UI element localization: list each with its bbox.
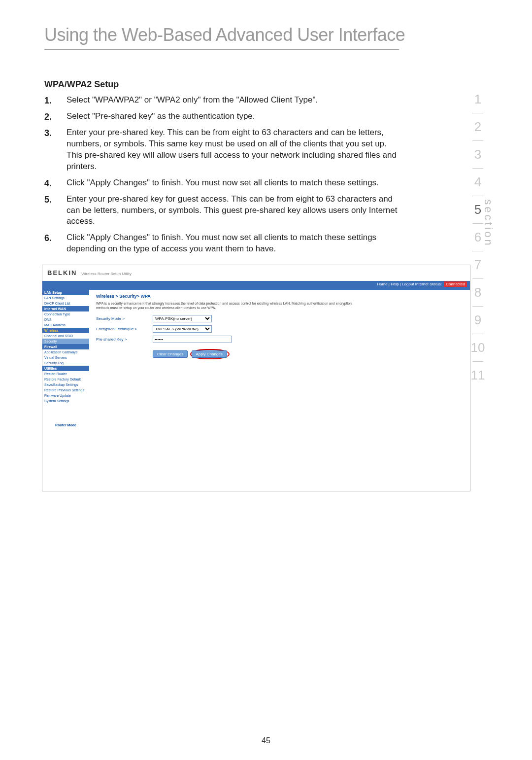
router-main: Wireless > Security> WPA WPA is a securi… bbox=[89, 290, 470, 491]
section-nav-divider bbox=[472, 251, 483, 251]
page-number: 45 bbox=[0, 736, 532, 745]
sidebar-item[interactable]: Save/Backup Settings bbox=[42, 382, 89, 387]
clear-changes-button[interactable]: Clear Changes bbox=[153, 350, 188, 358]
section-nav-divider bbox=[472, 168, 483, 169]
psk-label: Pre-shared Key > bbox=[96, 337, 153, 342]
router-mode: Router Mode bbox=[42, 423, 89, 427]
section-nav: section 1234567891011 bbox=[463, 89, 493, 386]
section-nav-1[interactable]: 1 bbox=[470, 89, 486, 110]
sidebar-group-header: Utilities bbox=[42, 366, 89, 371]
section-nav-8[interactable]: 8 bbox=[470, 282, 486, 303]
section-nav-9[interactable]: 9 bbox=[470, 310, 486, 331]
router-ui-screenshot: BELKIN Wireless Router Setup Utility Hom… bbox=[42, 265, 470, 491]
step-item: Select "WPA/WPA2" or "WPA2 only" from th… bbox=[44, 95, 399, 106]
encryption-label: Encryption Technique > bbox=[96, 327, 153, 331]
section-heading: WPA/WPA2 Setup bbox=[44, 79, 399, 90]
step-item: Select "Pre-shared key" as the authentic… bbox=[44, 111, 399, 122]
section-nav-7[interactable]: 7 bbox=[470, 254, 486, 276]
wpa-description: WPA is a security enhancement that stron… bbox=[96, 302, 352, 310]
sidebar-item[interactable]: LAN Settings bbox=[42, 295, 89, 301]
section-nav-divider bbox=[472, 113, 483, 113]
sidebar-item[interactable]: MAC Address bbox=[42, 322, 89, 328]
section-nav-10[interactable]: 10 bbox=[470, 337, 486, 358]
psk-input[interactable] bbox=[153, 336, 232, 343]
sidebar-item[interactable]: Channel and SSID bbox=[42, 333, 89, 339]
section-nav-divider bbox=[472, 196, 483, 196]
title-rule bbox=[44, 49, 399, 50]
security-mode-label: Security Mode > bbox=[96, 316, 153, 321]
section-nav-divider bbox=[472, 306, 483, 307]
sidebar-group-header: Wireless bbox=[42, 328, 89, 333]
router-topbar: Home | Help | Logout Internet Status: Co… bbox=[42, 281, 470, 290]
section-nav-label: section bbox=[482, 199, 495, 247]
router-brand: BELKIN bbox=[47, 269, 77, 276]
router-sidebar: LAN SetupLAN SettingsDHCP Client ListInt… bbox=[42, 290, 89, 491]
step-item: Click "Apply Changes" to finish. You mus… bbox=[44, 232, 399, 255]
encryption-select[interactable]: TKIP+AES (WPA/WPA2) bbox=[153, 325, 212, 333]
section-nav-11[interactable]: 11 bbox=[470, 365, 486, 386]
sidebar-item[interactable]: Restore Factory Default bbox=[42, 377, 89, 382]
sidebar-item[interactable]: DHCP Client List bbox=[42, 301, 89, 306]
section-nav-3[interactable]: 3 bbox=[470, 144, 486, 165]
sidebar-group-header: Firewall bbox=[42, 344, 89, 349]
page-title: Using the Web-Based Advanced User Interf… bbox=[44, 25, 493, 45]
router-header: BELKIN Wireless Router Setup Utility bbox=[42, 265, 470, 281]
section-nav-divider bbox=[472, 334, 483, 334]
sidebar-item[interactable]: Restore Previous Settings bbox=[42, 387, 89, 393]
step-item: Enter your pre-shared key. This can be f… bbox=[44, 127, 399, 173]
steps-list: Select "WPA/WPA2" or "WPA2 only" from th… bbox=[44, 95, 399, 255]
section-nav-divider bbox=[472, 278, 483, 279]
sidebar-item[interactable]: Firmware Update bbox=[42, 393, 89, 398]
section-nav-2[interactable]: 2 bbox=[470, 116, 486, 138]
security-mode-select[interactable]: WPA-PSK(no server) bbox=[153, 315, 212, 322]
apply-changes-button[interactable]: Apply Changes bbox=[192, 350, 227, 358]
sidebar-item[interactable]: Connection Type bbox=[42, 311, 89, 317]
sidebar-item[interactable]: Application Gateways bbox=[42, 349, 89, 355]
apply-highlight-circle: Apply Changes bbox=[190, 349, 230, 359]
sidebar-item[interactable]: Restart Router bbox=[42, 371, 89, 377]
sidebar-item[interactable]: Security Log bbox=[42, 360, 89, 366]
section-nav-divider bbox=[472, 140, 483, 141]
section-nav-divider bbox=[472, 361, 483, 362]
step-item: Click "Apply Changes" to finish. You mus… bbox=[44, 177, 399, 189]
sidebar-item[interactable]: DNS bbox=[42, 317, 89, 322]
topbar-links[interactable]: Home | Help | Logout Internet Status: bbox=[377, 282, 442, 286]
sidebar-item[interactable]: System Settings bbox=[42, 398, 89, 404]
section-nav-4[interactable]: 4 bbox=[470, 172, 486, 193]
sidebar-group-header: Internet WAN bbox=[42, 306, 89, 311]
breadcrumb: Wireless > Security> WPA bbox=[96, 294, 463, 299]
sidebar-item[interactable]: Security bbox=[42, 339, 89, 344]
sidebar-item[interactable]: Virtual Servers bbox=[42, 355, 89, 360]
sidebar-group-header: LAN Setup bbox=[42, 290, 89, 295]
content-area: WPA/WPA2 Setup Select "WPA/WPA2" or "WPA… bbox=[44, 79, 399, 491]
step-item: Enter your pre-shared key for guest acce… bbox=[44, 194, 399, 228]
router-model: Wireless Router Setup Utility bbox=[81, 272, 132, 276]
